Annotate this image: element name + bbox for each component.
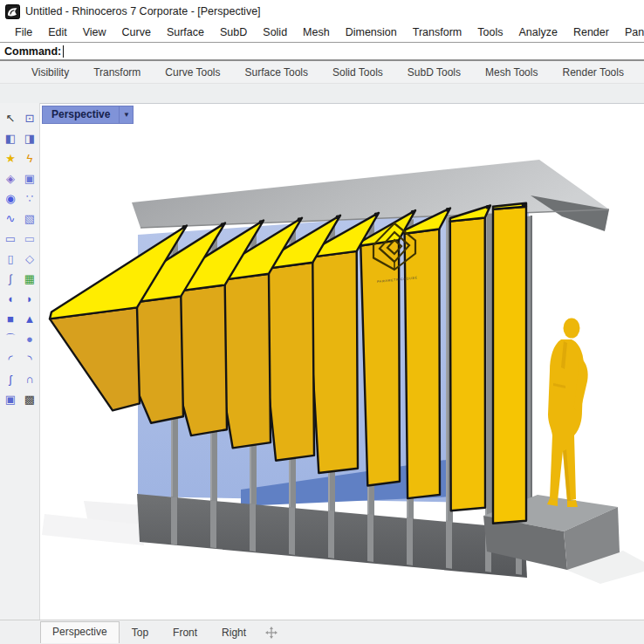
command-line[interactable]: Command: bbox=[0, 42, 644, 61]
base-strip bbox=[171, 497, 177, 545]
command-prompt-label: Command: bbox=[4, 45, 61, 58]
blend-icon[interactable]: ● bbox=[21, 330, 38, 347]
view-tab-front[interactable]: Front bbox=[161, 623, 209, 642]
toolbar-tab-transform[interactable]: Transform bbox=[81, 66, 153, 79]
cone-icon[interactable]: ▲ bbox=[21, 310, 38, 327]
picture-frame-icon[interactable]: ▭ bbox=[21, 230, 38, 247]
analysis-icon[interactable]: ▦ bbox=[21, 270, 38, 287]
window-title: Untitled - Rhinoceros 7 Corporate - [Per… bbox=[25, 5, 261, 17]
base-strip bbox=[289, 507, 295, 555]
solid-icon[interactable]: ◗ bbox=[21, 290, 38, 307]
menu-mesh[interactable]: Mesh bbox=[295, 26, 338, 38]
select-arrow-icon[interactable]: ↖ bbox=[2, 109, 19, 127]
viewport-tab-dropdown[interactable]: ▼ bbox=[119, 106, 133, 123]
flow-icon[interactable]: ʃ bbox=[2, 370, 19, 387]
base-strip bbox=[250, 504, 256, 552]
rhino-window: Untitled - Rhinoceros 7 Corporate - [Per… bbox=[0, 0, 644, 644]
human-figure bbox=[547, 319, 588, 508]
region-select-icon[interactable]: ▣ bbox=[2, 390, 19, 408]
base-strip bbox=[328, 510, 334, 558]
fillet-2-icon[interactable]: ◝ bbox=[21, 350, 38, 367]
dome-icon[interactable]: ∩ bbox=[21, 370, 38, 387]
menu-subd[interactable]: SubD bbox=[212, 26, 255, 38]
menu-edit[interactable]: Edit bbox=[40, 26, 75, 38]
menu-tools[interactable]: Tools bbox=[469, 26, 510, 38]
toolbar-tab-mesh-tools[interactable]: Mesh Tools bbox=[473, 66, 550, 79]
plane-icon[interactable]: ▭ bbox=[2, 230, 19, 247]
menu-bar: FileEditViewCurveSurfaceSubDSolidMeshDim… bbox=[0, 23, 644, 42]
menu-render[interactable]: Render bbox=[565, 26, 617, 38]
louver-panel bbox=[450, 205, 490, 510]
menu-solid[interactable]: Solid bbox=[255, 26, 295, 38]
view-tabs: PerspectiveTopFrontRight bbox=[40, 621, 258, 643]
pipe-icon[interactable]: ⌒ bbox=[2, 330, 19, 347]
sphere-icon[interactable]: ◉ bbox=[2, 189, 19, 207]
menu-file[interactable]: File bbox=[7, 26, 40, 38]
base-strip bbox=[367, 514, 373, 562]
rhino-app-icon bbox=[5, 4, 20, 19]
menu-analyze[interactable]: Analyze bbox=[510, 26, 565, 38]
menu-view[interactable]: View bbox=[75, 26, 114, 38]
toolbar-tab-visibility[interactable]: Visibility bbox=[19, 66, 81, 79]
offset-surface-icon[interactable]: ◇ bbox=[21, 250, 38, 267]
scale-icon[interactable]: ▣ bbox=[21, 169, 38, 187]
menu-surface[interactable]: Surface bbox=[159, 26, 212, 38]
menu-curve[interactable]: Curve bbox=[114, 26, 159, 38]
chevron-down-icon: ▼ bbox=[123, 111, 130, 119]
title-bar: Untitled - Rhinoceros 7 Corporate - [Per… bbox=[0, 0, 644, 23]
move-icon[interactable]: ◧ bbox=[2, 129, 19, 147]
toolbar-tab-solid-tools[interactable]: Solid Tools bbox=[320, 66, 395, 79]
menu-panels[interactable]: Panels bbox=[617, 26, 644, 38]
louver-panel bbox=[493, 202, 526, 523]
twist-icon[interactable]: ∫ bbox=[2, 270, 19, 287]
tool-palette: ↖⊡◧◨★ϟ◈▣◉∵∿▧▭▭▯◇∫▦◖◗■▲⌒●◜◝ʃ∩▣▩ bbox=[0, 103, 40, 620]
viewport-canvas[interactable]: PARAMETRICHOUSE bbox=[40, 104, 644, 620]
toolbar-tab-render-tools[interactable]: Render Tools bbox=[550, 66, 636, 79]
fillet-1-icon[interactable]: ◜ bbox=[2, 350, 19, 367]
menu-dimension[interactable]: Dimension bbox=[338, 26, 405, 38]
base-strip bbox=[446, 521, 452, 569]
surface-patch-icon[interactable]: ▧ bbox=[21, 209, 38, 227]
base-strip bbox=[210, 500, 216, 548]
toolbar-tab-row: VisibilityTransformCurve ToolsSurface To… bbox=[0, 61, 644, 84]
cage-edit-icon[interactable]: ◈ bbox=[2, 169, 19, 187]
trim-icon[interactable]: ϟ bbox=[21, 149, 38, 167]
array-grid-icon[interactable]: ▩ bbox=[21, 390, 38, 408]
perspective-viewport[interactable]: PARAMETRICHOUSE Perspective ▼ bbox=[40, 103, 644, 620]
view-tab-bar: PerspectiveTopFrontRight bbox=[0, 620, 644, 644]
explode-icon[interactable]: ★ bbox=[2, 149, 19, 167]
toolbar-empty-strip bbox=[0, 84, 644, 104]
view-tab-perspective[interactable]: Perspective bbox=[40, 621, 120, 643]
point-cloud-icon[interactable]: ∵ bbox=[21, 189, 38, 207]
toolbar-tab-surface-tools[interactable]: Surface Tools bbox=[233, 66, 321, 79]
viewport-title-tab[interactable]: Perspective ▼ bbox=[42, 106, 134, 124]
toolbar-tab-subd-tools[interactable]: SubD Tools bbox=[395, 66, 473, 79]
box-icon[interactable]: ■ bbox=[2, 310, 19, 327]
toolbar-tab-curve-tools[interactable]: Curve Tools bbox=[153, 66, 232, 79]
menu-transform[interactable]: Transform bbox=[405, 26, 470, 38]
view-tab-top[interactable]: Top bbox=[120, 623, 161, 642]
pan-views-icon[interactable] bbox=[265, 627, 277, 639]
view-tab-right[interactable]: Right bbox=[209, 623, 258, 642]
control-points-icon[interactable]: ⊡ bbox=[21, 109, 38, 127]
base-strip bbox=[407, 517, 413, 565]
extrude-icon[interactable]: ▯ bbox=[2, 250, 19, 267]
copy-icon[interactable]: ◨ bbox=[21, 129, 38, 147]
toolbar-tab-drafting[interactable]: Drafting bbox=[636, 66, 644, 79]
curve-icon[interactable]: ∿ bbox=[2, 209, 19, 227]
text-caret bbox=[63, 45, 64, 58]
viewport-title-label: Perspective bbox=[43, 106, 119, 123]
cylinder-icon[interactable]: ◖ bbox=[2, 290, 19, 307]
